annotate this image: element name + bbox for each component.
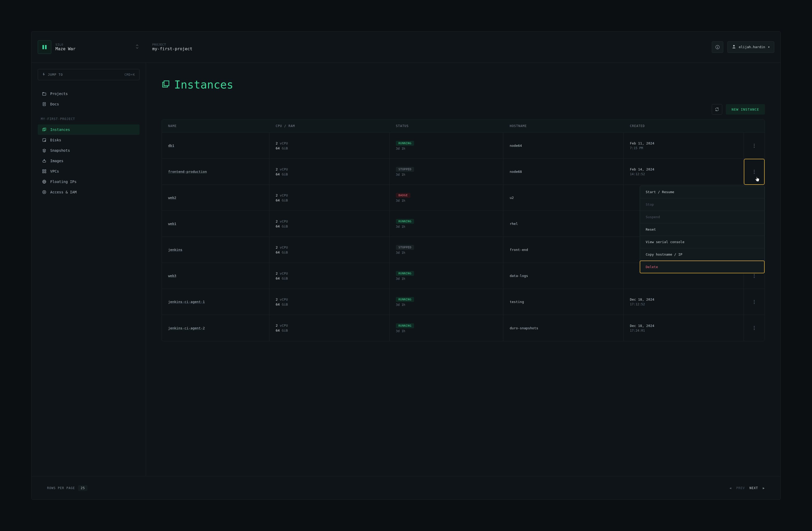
svg-point-14	[45, 141, 45, 141]
user-menu[interactable]: elijah.hardin ▾	[727, 41, 774, 53]
new-instance-button[interactable]: NEW INSTANCE	[726, 104, 765, 115]
silo-label: SILO	[55, 43, 130, 46]
nav-projects[interactable]: Projects	[38, 88, 140, 99]
svg-point-44	[754, 275, 755, 276]
jump-to-kbd: CMD+K	[125, 73, 135, 76]
svg-point-43	[754, 274, 755, 275]
row-actions-button[interactable]	[744, 315, 765, 341]
instance-link[interactable]: frontend-production	[168, 170, 263, 174]
cell-status: STOPPED3d 1h	[390, 237, 503, 263]
silo-switcher[interactable]: SILO Maze War	[31, 40, 146, 54]
svg-point-30	[754, 147, 755, 147]
pager-next[interactable]: NEXT	[750, 486, 758, 490]
cell-status: RUNNING3d 1h	[390, 133, 503, 159]
rows-per-page[interactable]: ROWS PER PAGE 25	[47, 485, 87, 491]
username: elijah.hardin	[739, 45, 765, 49]
cell-hostname: duro-snapshots	[503, 315, 624, 341]
doc-icon	[42, 102, 47, 106]
nav-section-heading: MY-FIRST-PROJECT	[38, 117, 140, 125]
access-icon	[42, 190, 47, 194]
refresh-button[interactable]	[712, 104, 722, 115]
row-actions-button[interactable]: Start / ResumeStopSuspendResetView seria…	[744, 159, 765, 185]
instance-link[interactable]: jenkins	[168, 248, 263, 252]
svg-point-28	[754, 144, 755, 144]
updown-icon[interactable]	[134, 43, 140, 51]
status-badge: RUNNING	[396, 323, 414, 328]
svg-point-31	[754, 170, 755, 171]
cell-name: jenkins-ci-agent-2	[162, 315, 270, 341]
col-created: CREATED	[624, 119, 744, 133]
nav-snapshots[interactable]: Snapshots	[38, 145, 140, 156]
cell-name: web1	[162, 211, 270, 237]
cell-name: jenkins	[162, 237, 270, 263]
instance-link[interactable]: web2	[168, 196, 263, 200]
menu-view-serial-console[interactable]: View serial console	[640, 236, 764, 248]
cell-status: RUNNING3d 1h	[390, 315, 503, 341]
nav-disks[interactable]: Disks	[38, 135, 140, 145]
nav-instances[interactable]: Instances	[38, 125, 140, 135]
col-actions	[744, 119, 765, 133]
row-actions-button[interactable]	[744, 133, 765, 159]
pager-prev-icon: ◀	[729, 486, 731, 490]
nav-access-iam[interactable]: Access & IAM	[38, 187, 140, 197]
project-crumb[interactable]: PROJECT my-first-project	[146, 43, 199, 51]
menu-delete[interactable]: Delete	[640, 261, 764, 273]
cell-status: RUNNING3d 1h	[390, 211, 503, 237]
project-name: my-first-project	[152, 46, 192, 51]
chevron-down-icon: ▾	[768, 45, 770, 49]
cell-status: STOPPED3d 1h	[390, 159, 503, 185]
col-name: NAME	[162, 119, 270, 133]
status-badge: STOPPED	[396, 167, 414, 172]
instance-link[interactable]: jenkins-ci-agent-1	[168, 300, 263, 304]
instance-link[interactable]: db1	[168, 144, 263, 147]
svg-point-29	[754, 145, 755, 146]
menu-start-resume[interactable]: Start / Resume	[640, 186, 764, 198]
pager-next-icon[interactable]: ▶	[763, 486, 765, 490]
cell-hostname: testing	[503, 289, 624, 315]
cell-name: web3	[162, 263, 270, 289]
svg-point-45	[754, 277, 755, 278]
cell-name: jenkins-ci-agent-1	[162, 289, 270, 315]
menu-reset[interactable]: Reset	[640, 223, 764, 236]
svg-point-48	[754, 303, 755, 304]
menu-copy-hostname-ip[interactable]: Copy hostname / IP	[640, 248, 764, 261]
svg-rect-1	[45, 45, 47, 49]
svg-rect-19	[43, 172, 44, 173]
jump-to-button[interactable]: JUMP TO CMD+K	[38, 69, 140, 80]
col-hostname: HOSTNAME	[503, 119, 624, 133]
sidebar: JUMP TO CMD+K ProjectsDocs MY-FIRST-PROJ…	[31, 63, 146, 476]
instances-table: NAMECPU / RAMSTATUSHOSTNAMECREATED db12 …	[162, 119, 765, 341]
status-badge: RUNNING	[396, 271, 414, 276]
cell-created: Feb 11, 20247:15 PM	[624, 133, 744, 159]
snapshots-icon	[42, 148, 47, 153]
instance-link[interactable]: jenkins-ci-agent-2	[168, 326, 263, 330]
cell-created: Dec 18, 202417:12:52	[624, 289, 744, 315]
table-row: frontend-production2 vCPU64 GiBSTOPPED3d…	[162, 159, 765, 185]
bolt-icon	[42, 72, 45, 77]
cell-cpu: 2 vCPU64 GiB	[270, 185, 390, 211]
nav-docs[interactable]: Docs	[38, 99, 140, 109]
instances-icon	[162, 78, 170, 91]
svg-point-51	[754, 329, 755, 330]
main: Instances NEW INSTANCE NAMECPU / RAMSTAT…	[146, 63, 781, 476]
table-row: db12 vCPU64 GiBRUNNING3d 1hnode64Feb 11,…	[162, 133, 765, 159]
cell-created: Dec 18, 202417:24:01	[624, 315, 744, 341]
header: SILO Maze War PROJECT my-first-project e…	[31, 31, 781, 63]
svg-point-32	[754, 171, 755, 172]
svg-rect-17	[43, 170, 44, 171]
instance-link[interactable]: web1	[168, 222, 263, 226]
row-actions-button[interactable]	[744, 289, 765, 315]
row-actions-menu: Start / ResumeStopSuspendResetView seria…	[640, 186, 765, 273]
cell-name: db1	[162, 133, 270, 159]
cursor-icon	[754, 176, 760, 183]
nav-floating-ips[interactable]: Floating IPs	[38, 176, 140, 187]
svg-point-50	[754, 328, 755, 329]
folder-icon	[42, 91, 47, 96]
info-button[interactable]	[712, 41, 723, 53]
nav-vpcs[interactable]: VPCs	[38, 166, 140, 176]
nav-images[interactable]: Images	[38, 156, 140, 166]
svg-rect-27	[164, 81, 169, 86]
instance-link[interactable]: web3	[168, 274, 263, 278]
cell-cpu: 2 vCPU64 GiB	[270, 315, 390, 341]
svg-rect-4	[717, 47, 718, 48]
